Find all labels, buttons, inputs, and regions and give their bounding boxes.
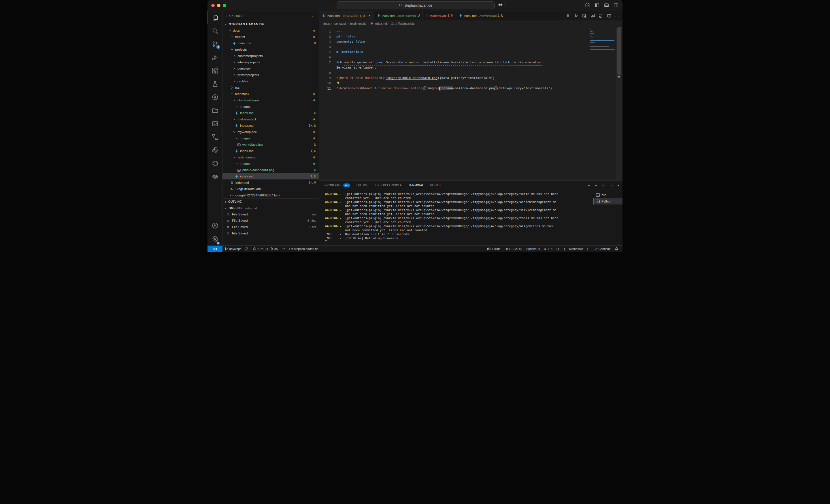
- terminal-output[interactable]: WARNING - [git-authors-plugin] /var/fold…: [319, 190, 593, 246]
- terminal-instance-python[interactable]: >_Python: [593, 198, 622, 204]
- tree-item-client-software[interactable]: client-software: [222, 97, 319, 103]
- editor-scrollbar[interactable]: [616, 27, 622, 180]
- breadcrumb-item[interactable]: docs: [323, 22, 330, 25]
- close-panel-button[interactable]: ×: [617, 183, 619, 188]
- git-branch[interactable]: develop*: [222, 246, 243, 252]
- encoding[interactable]: UTF-8: [542, 246, 554, 252]
- tree-item-privateprojects[interactable]: privateprojects: [222, 72, 319, 78]
- tree-item-bingsiteauth-xml[interactable]: BingSiteAuth.xml: [222, 186, 319, 192]
- lightbulb-icon[interactable]: [336, 81, 340, 85]
- activity-copilot[interactable]: [208, 170, 222, 183]
- language-mode[interactable]: Markdown: [567, 246, 585, 252]
- panel-more-button[interactable]: ···: [602, 183, 606, 188]
- activity-python[interactable]: [208, 143, 222, 157]
- tree-item-profiles[interactable]: profiles: [222, 78, 319, 85]
- sync-button[interactable]: [243, 246, 251, 252]
- new-terminal-button[interactable]: +: [588, 183, 590, 188]
- panel-tab-ports[interactable]: PORTS: [430, 180, 441, 190]
- code-line-7[interactable]: 7Ich möchte gerne ein paar Screenshots m…: [319, 60, 590, 65]
- tree-item-techstack[interactable]: techstack: [222, 91, 319, 97]
- split-editor-button[interactable]: [607, 13, 611, 18]
- terminal-profile-dropdown-button[interactable]: [594, 183, 598, 188]
- activity-search[interactable]: [208, 24, 222, 37]
- timeline-item[interactable]: File Saved5 hrs: [222, 224, 319, 230]
- tree-item-myworkplace[interactable]: myworkplace: [222, 129, 319, 135]
- tree-item-index-md[interactable]: index.md9+, U: [222, 123, 319, 129]
- panel-tab-problems[interactable]: PROBLEMS161: [324, 180, 350, 190]
- code-line-4[interactable]: 4---: [319, 44, 590, 49]
- tree-item-internalprojects[interactable]: internalprojects: [222, 59, 319, 65]
- tree-item-index-md[interactable]: index.mdU: [222, 110, 319, 116]
- activity-hexagon[interactable]: [208, 157, 222, 170]
- code-line-3[interactable]: 3comments: false: [319, 39, 590, 44]
- code-line-10[interactable]: 10: [319, 81, 590, 86]
- problems[interactable]: 57185: [251, 246, 280, 252]
- tree-item-index-md[interactable]: index.md1, U: [222, 173, 319, 179]
- tree-item-stephan-hadan-de[interactable]: STEPHAN.HADAN.DE: [222, 21, 319, 27]
- activity-explorer[interactable]: [208, 11, 222, 24]
- sync-changes-button[interactable]: [599, 13, 603, 18]
- language-status[interactable]: (: [562, 246, 567, 252]
- open-preview-button[interactable]: [566, 13, 570, 18]
- tree-item-testimonials[interactable]: testimonials: [222, 154, 319, 160]
- tree-item-index-md[interactable]: index.mdM: [222, 40, 319, 46]
- activity-testing[interactable]: [208, 77, 222, 91]
- folder-button[interactable]: [280, 246, 288, 252]
- timeline-item[interactable]: File Saved: [222, 230, 319, 236]
- views-more-actions-button[interactable]: ···: [310, 14, 315, 18]
- breadcrumb-item[interactable]: abc# Testimonials: [391, 22, 414, 25]
- toggle-sidebar-icon[interactable]: [595, 3, 600, 8]
- timeline-item[interactable]: File Savednow: [222, 211, 319, 217]
- tree-item-docs[interactable]: docs: [222, 27, 319, 34]
- tree-item-images[interactable]: images: [222, 160, 319, 167]
- workspace[interactable]: stephan.hadan.de: [287, 246, 320, 252]
- minimap[interactable]: [590, 27, 616, 180]
- forward-button[interactable]: →: [331, 3, 336, 8]
- tree-item-pihole-dashboard-png[interactable]: pihole-dashboard.pngU: [222, 167, 319, 173]
- activity-extensions[interactable]: [208, 64, 222, 77]
- code-line-6[interactable]: 6: [319, 55, 590, 60]
- zoom-window-button[interactable]: [223, 4, 226, 7]
- code-line-9[interactable]: 9![Mein Pi-hole-Dashboard](images/pihole…: [319, 75, 590, 81]
- tree-item-googlef727264f56832057-html[interactable]: <>googlef727264f56832057.html: [222, 192, 319, 198]
- minimize-window-button[interactable]: [217, 4, 220, 7]
- panel-tab-debug-console[interactable]: DEBUG CONSOLE: [375, 180, 402, 190]
- eol[interactable]: LF: [554, 246, 562, 252]
- open-changes-button[interactable]: [590, 13, 595, 18]
- activity-accounts[interactable]: [208, 219, 222, 232]
- tree-item-images[interactable]: images: [222, 103, 319, 110]
- back-button[interactable]: ←: [322, 3, 326, 8]
- activity-run-debug[interactable]: [208, 51, 222, 64]
- remote-indicator[interactable]: ><: [208, 246, 222, 252]
- editor-tab-index-md[interactable]: index.md.../myworkplace1, U: [456, 11, 506, 21]
- tree-item-index-md[interactable]: index.md1, U: [222, 148, 319, 154]
- tree-item-workplace-jpg[interactable]: workplace.jpgU: [222, 141, 319, 148]
- code-line-5[interactable]: 5# Testimonials: [319, 49, 590, 55]
- code-line-wrap[interactable]: Services zu erlauben.: [319, 65, 590, 70]
- code-area[interactable]: 1---2pdf: false3comments: false4---5# Te…: [319, 27, 590, 180]
- editor-tab-index-md[interactable]: index.md.../client-softwareU: [374, 11, 423, 21]
- activity-circle-a[interactable]: [208, 91, 222, 104]
- code-line-1[interactable]: 1---: [319, 29, 590, 34]
- indentation[interactable]: Spaces: 4: [524, 246, 542, 252]
- close-tab-button[interactable]: ×: [368, 14, 372, 18]
- scrollbar-thumb[interactable]: [617, 27, 621, 75]
- editor-pane[interactable]: 1---2pdf: false3comments: false4---5# Te…: [319, 27, 622, 180]
- tree-item-images[interactable]: images: [222, 135, 319, 141]
- timeline-section-header[interactable]: TIMELINE index.md: [222, 205, 319, 211]
- slides[interactable]: 1 slide: [485, 246, 503, 252]
- tree-item-imprint[interactable]: imprint: [222, 34, 319, 40]
- activity-folder-library[interactable]: [208, 104, 222, 117]
- toggle-secondary-sidebar-icon[interactable]: [613, 3, 618, 8]
- customize-layout-icon[interactable]: [585, 3, 590, 8]
- more-actions-button[interactable]: ···: [615, 13, 619, 18]
- activity-dev-box[interactable]: [208, 117, 222, 130]
- tree-item-rss[interactable]: rss: [222, 85, 319, 91]
- activity-settings[interactable]: [208, 232, 222, 245]
- code-line-2[interactable]: 2pdf: false: [319, 34, 590, 39]
- copilot-menu[interactable]: [498, 2, 507, 7]
- activity-pipeline[interactable]: [208, 130, 222, 143]
- cursor-position[interactable]: Ln 11, Col 55: [503, 246, 524, 252]
- code-line-11[interactable]: 11![Grafana-Dashboard für meine Mailcow-…: [319, 86, 590, 91]
- tree-item-projects[interactable]: projects: [222, 46, 319, 53]
